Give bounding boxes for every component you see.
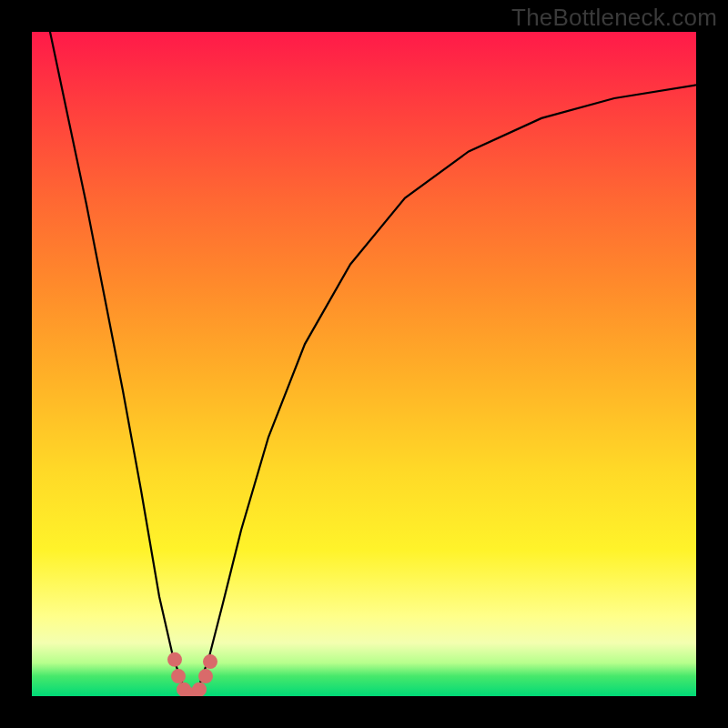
optimal-point-dot [192,682,207,696]
gradient-plot-area [32,32,696,696]
optimal-point-dot [167,652,182,667]
bottleneck-curve-svg [32,32,696,696]
optimal-point-dot [203,654,217,669]
watermark-text: TheBottleneck.com [511,4,717,32]
optimal-point-dot [171,669,186,683]
optimal-point-dot [198,669,213,683]
outer-frame: TheBottleneck.com [0,0,728,728]
bottleneck-curve [32,32,696,696]
optimal-point-cluster [167,652,217,696]
